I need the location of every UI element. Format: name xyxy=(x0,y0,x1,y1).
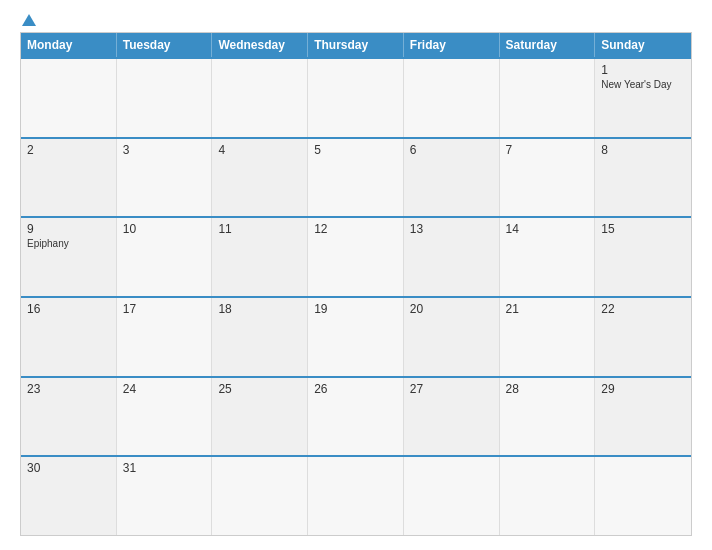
calendar-week-2: 2345678 xyxy=(21,137,691,217)
calendar-cell: 8 xyxy=(595,139,691,217)
header xyxy=(20,18,692,26)
cell-day-number: 22 xyxy=(601,302,685,316)
calendar-cell: 10 xyxy=(117,218,213,296)
calendar-cell: 4 xyxy=(212,139,308,217)
day-header-saturday: Saturday xyxy=(500,33,596,57)
calendar-cell: 23 xyxy=(21,378,117,456)
cell-day-number: 9 xyxy=(27,222,110,236)
calendar-cell xyxy=(500,457,596,535)
cell-day-number: 14 xyxy=(506,222,589,236)
cell-event: Epiphany xyxy=(27,238,110,249)
cell-day-number: 11 xyxy=(218,222,301,236)
calendar-header: MondayTuesdayWednesdayThursdayFridaySatu… xyxy=(21,33,691,57)
day-header-thursday: Thursday xyxy=(308,33,404,57)
page: MondayTuesdayWednesdayThursdayFridaySatu… xyxy=(0,0,712,550)
cell-day-number: 21 xyxy=(506,302,589,316)
cell-day-number: 1 xyxy=(601,63,685,77)
cell-day-number: 29 xyxy=(601,382,685,396)
calendar-cell xyxy=(212,59,308,137)
cell-day-number: 18 xyxy=(218,302,301,316)
calendar-cell: 3 xyxy=(117,139,213,217)
cell-day-number: 26 xyxy=(314,382,397,396)
calendar-cell: 2 xyxy=(21,139,117,217)
calendar-cell: 1New Year's Day xyxy=(595,59,691,137)
day-header-monday: Monday xyxy=(21,33,117,57)
calendar-cell xyxy=(117,59,213,137)
logo-triangle-icon xyxy=(22,14,36,26)
calendar-cell: 11 xyxy=(212,218,308,296)
cell-day-number: 30 xyxy=(27,461,110,475)
cell-day-number: 4 xyxy=(218,143,301,157)
cell-day-number: 24 xyxy=(123,382,206,396)
day-header-tuesday: Tuesday xyxy=(117,33,213,57)
cell-day-number: 17 xyxy=(123,302,206,316)
calendar-cell: 5 xyxy=(308,139,404,217)
calendar-cell xyxy=(21,59,117,137)
calendar-cell: 25 xyxy=(212,378,308,456)
calendar-cell: 27 xyxy=(404,378,500,456)
calendar-cell xyxy=(500,59,596,137)
cell-day-number: 23 xyxy=(27,382,110,396)
calendar-body: 1New Year's Day23456789Epiphany101112131… xyxy=(21,57,691,535)
cell-day-number: 6 xyxy=(410,143,493,157)
calendar-cell xyxy=(595,457,691,535)
cell-day-number: 16 xyxy=(27,302,110,316)
logo xyxy=(20,18,36,26)
calendar-cell: 12 xyxy=(308,218,404,296)
cell-day-number: 10 xyxy=(123,222,206,236)
calendar-cell: 20 xyxy=(404,298,500,376)
calendar-cell xyxy=(404,457,500,535)
cell-day-number: 8 xyxy=(601,143,685,157)
cell-day-number: 19 xyxy=(314,302,397,316)
calendar-cell: 6 xyxy=(404,139,500,217)
day-header-wednesday: Wednesday xyxy=(212,33,308,57)
cell-day-number: 12 xyxy=(314,222,397,236)
calendar-cell: 17 xyxy=(117,298,213,376)
calendar-cell: 16 xyxy=(21,298,117,376)
calendar-week-6: 3031 xyxy=(21,455,691,535)
cell-day-number: 15 xyxy=(601,222,685,236)
cell-day-number: 27 xyxy=(410,382,493,396)
calendar-cell: 21 xyxy=(500,298,596,376)
cell-event: New Year's Day xyxy=(601,79,685,90)
calendar-cell: 14 xyxy=(500,218,596,296)
calendar-week-4: 16171819202122 xyxy=(21,296,691,376)
day-header-friday: Friday xyxy=(404,33,500,57)
cell-day-number: 20 xyxy=(410,302,493,316)
cell-day-number: 5 xyxy=(314,143,397,157)
calendar-week-1: 1New Year's Day xyxy=(21,57,691,137)
calendar-week-3: 9Epiphany101112131415 xyxy=(21,216,691,296)
cell-day-number: 31 xyxy=(123,461,206,475)
calendar-week-5: 23242526272829 xyxy=(21,376,691,456)
cell-day-number: 28 xyxy=(506,382,589,396)
calendar-cell xyxy=(308,457,404,535)
cell-day-number: 13 xyxy=(410,222,493,236)
cell-day-number: 2 xyxy=(27,143,110,157)
calendar-cell: 9Epiphany xyxy=(21,218,117,296)
calendar-cell: 31 xyxy=(117,457,213,535)
cell-day-number: 25 xyxy=(218,382,301,396)
cell-day-number: 7 xyxy=(506,143,589,157)
calendar: MondayTuesdayWednesdayThursdayFridaySatu… xyxy=(20,32,692,536)
calendar-cell: 15 xyxy=(595,218,691,296)
calendar-cell: 29 xyxy=(595,378,691,456)
calendar-cell xyxy=(212,457,308,535)
calendar-cell: 19 xyxy=(308,298,404,376)
calendar-cell: 22 xyxy=(595,298,691,376)
calendar-cell: 24 xyxy=(117,378,213,456)
calendar-cell xyxy=(308,59,404,137)
cell-day-number: 3 xyxy=(123,143,206,157)
calendar-cell: 13 xyxy=(404,218,500,296)
calendar-cell: 18 xyxy=(212,298,308,376)
day-header-sunday: Sunday xyxy=(595,33,691,57)
calendar-cell: 26 xyxy=(308,378,404,456)
calendar-cell: 7 xyxy=(500,139,596,217)
calendar-cell: 28 xyxy=(500,378,596,456)
calendar-cell: 30 xyxy=(21,457,117,535)
calendar-cell xyxy=(404,59,500,137)
